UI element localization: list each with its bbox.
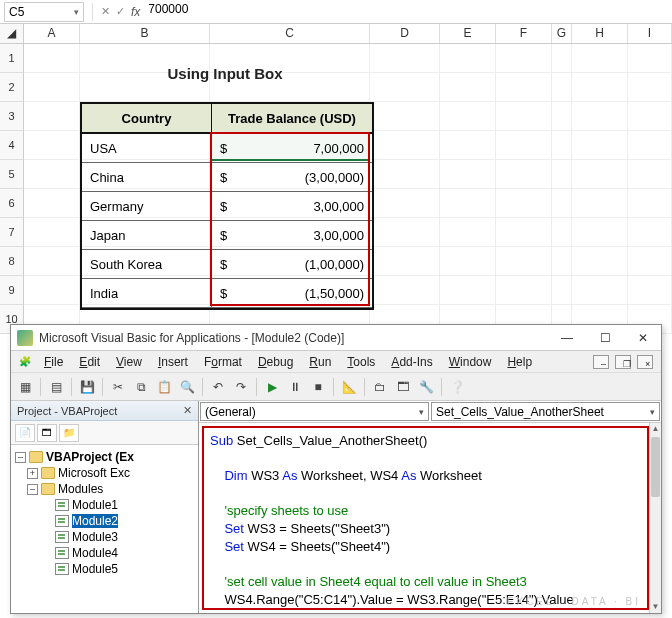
col-header[interactable]: E bbox=[440, 24, 496, 43]
object-browser-icon[interactable]: 🔧 bbox=[416, 377, 436, 397]
col-header[interactable]: D bbox=[370, 24, 440, 43]
view-object-icon[interactable]: 🗔 bbox=[37, 424, 57, 442]
scroll-up-icon[interactable]: ▲ bbox=[650, 423, 661, 435]
row-header[interactable]: 9 bbox=[0, 276, 24, 305]
minimize-button[interactable]: — bbox=[555, 331, 579, 345]
module-icon bbox=[55, 515, 69, 527]
break-icon[interactable]: ⏸ bbox=[285, 377, 305, 397]
fx-icon[interactable]: fx bbox=[131, 5, 140, 19]
tree-module-selected[interactable]: Module2 bbox=[13, 513, 196, 529]
menu-file[interactable]: File bbox=[37, 353, 70, 371]
copy-icon[interactable]: ⧉ bbox=[131, 377, 151, 397]
scrollbar-thumb[interactable] bbox=[651, 437, 660, 497]
tree-module[interactable]: Module5 bbox=[13, 561, 196, 577]
row-header[interactable]: 6 bbox=[0, 189, 24, 218]
object-dropdown[interactable]: (General)▾ bbox=[200, 402, 429, 421]
table-row[interactable]: China$(3,00,000) bbox=[82, 163, 372, 192]
cell-country: South Korea bbox=[82, 250, 212, 279]
procedure-dropdown[interactable]: Set_Cells_Value_AnotherSheet▾ bbox=[431, 402, 660, 421]
chevron-down-icon: ▾ bbox=[650, 407, 655, 417]
menu-tools[interactable]: Tools bbox=[340, 353, 382, 371]
menu-format[interactable]: Format bbox=[197, 353, 249, 371]
close-button[interactable]: ✕ bbox=[631, 331, 655, 345]
col-header[interactable]: H bbox=[572, 24, 628, 43]
project-explorer-icon[interactable]: 🗀 bbox=[370, 377, 390, 397]
help-icon[interactable]: ❔ bbox=[447, 377, 467, 397]
cell-amount: $3,00,000 bbox=[212, 192, 372, 221]
col-header[interactable]: B bbox=[80, 24, 210, 43]
tree-root[interactable]: – VBAProject (Ex bbox=[13, 449, 196, 465]
tree-module[interactable]: Module3 bbox=[13, 529, 196, 545]
design-mode-icon[interactable]: 📐 bbox=[339, 377, 359, 397]
save-icon[interactable]: 💾 bbox=[77, 377, 97, 397]
vba-app-icon bbox=[17, 330, 33, 346]
view-excel-icon[interactable]: ▦ bbox=[15, 377, 35, 397]
menu-run[interactable]: Run bbox=[302, 353, 338, 371]
tree-module[interactable]: Module4 bbox=[13, 545, 196, 561]
cancel-icon[interactable]: ✕ bbox=[101, 5, 110, 18]
col-header[interactable]: G bbox=[552, 24, 572, 43]
col-header[interactable]: C bbox=[210, 24, 370, 43]
col-header[interactable]: F bbox=[496, 24, 552, 43]
paste-icon[interactable]: 📋 bbox=[154, 377, 174, 397]
row-header[interactable]: 2 bbox=[0, 73, 24, 102]
vba-titlebar[interactable]: Microsoft Visual Basic for Applications … bbox=[11, 325, 661, 351]
find-icon[interactable]: 🔍 bbox=[177, 377, 197, 397]
chevron-down-icon[interactable]: ▾ bbox=[74, 7, 79, 17]
code-editor[interactable]: Sub Set_Cells_Value_AnotherSheet() Dim W… bbox=[202, 426, 649, 610]
row-header[interactable]: 3 bbox=[0, 102, 24, 131]
worksheet-grid: ◢ A B C D E F G H I 1 2 3 4 5 6 7 8 9 10… bbox=[0, 24, 672, 334]
table-row[interactable]: Germany$3,00,000 bbox=[82, 192, 372, 221]
table-row[interactable]: USA$7,00,000 bbox=[82, 134, 372, 163]
menu-debug[interactable]: Debug bbox=[251, 353, 300, 371]
menu-insert[interactable]: Insert bbox=[151, 353, 195, 371]
vba-system-icon[interactable]: 🧩 bbox=[15, 352, 35, 372]
redo-icon[interactable]: ↷ bbox=[231, 377, 251, 397]
table-row[interactable]: India$(1,50,000) bbox=[82, 279, 372, 308]
mdi-minimize-button[interactable]: – bbox=[593, 355, 609, 369]
properties-icon[interactable]: 🗔 bbox=[393, 377, 413, 397]
collapse-icon[interactable]: – bbox=[27, 484, 38, 495]
project-tree[interactable]: – VBAProject (Ex + Microsoft Exc – Modul… bbox=[11, 445, 198, 613]
vba-menubar: 🧩 File Edit View Insert Format Debug Run… bbox=[11, 351, 661, 373]
column-headers: ◢ A B C D E F G H I bbox=[0, 24, 672, 44]
menu-help[interactable]: Help bbox=[500, 353, 539, 371]
table-row[interactable]: Japan$3,00,000 bbox=[82, 221, 372, 250]
row-header[interactable]: 8 bbox=[0, 247, 24, 276]
view-code-icon[interactable]: 📄 bbox=[15, 424, 35, 442]
vertical-scrollbar[interactable]: ▲ ▼ bbox=[649, 423, 661, 613]
name-box[interactable]: C5 ▾ bbox=[4, 2, 84, 22]
tree-ms-excel[interactable]: + Microsoft Exc bbox=[13, 465, 196, 481]
collapse-icon[interactable]: – bbox=[15, 452, 26, 463]
col-header[interactable]: I bbox=[628, 24, 672, 43]
menu-window[interactable]: Window bbox=[442, 353, 499, 371]
menu-view[interactable]: View bbox=[109, 353, 149, 371]
row-header[interactable]: 1 bbox=[0, 44, 24, 73]
accept-icon[interactable]: ✓ bbox=[116, 5, 125, 18]
tree-module[interactable]: Module1 bbox=[13, 497, 196, 513]
menu-addins[interactable]: Add-Ins bbox=[384, 353, 439, 371]
toggle-folders-icon[interactable]: 📁 bbox=[59, 424, 79, 442]
scroll-down-icon[interactable]: ▼ bbox=[650, 601, 661, 613]
tree-modules-folder[interactable]: – Modules bbox=[13, 481, 196, 497]
cut-icon[interactable]: ✂ bbox=[108, 377, 128, 397]
row-header[interactable]: 7 bbox=[0, 218, 24, 247]
run-icon[interactable]: ▶ bbox=[262, 377, 282, 397]
select-all-corner[interactable]: ◢ bbox=[0, 24, 24, 43]
table-row[interactable]: South Korea$(1,00,000) bbox=[82, 250, 372, 279]
menu-edit[interactable]: Edit bbox=[72, 353, 107, 371]
mdi-restore-button[interactable]: ❐ bbox=[615, 355, 631, 369]
reset-icon[interactable]: ■ bbox=[308, 377, 328, 397]
maximize-button[interactable]: ☐ bbox=[593, 331, 617, 345]
module-icon bbox=[55, 547, 69, 559]
formula-input[interactable]: 700000 bbox=[144, 2, 668, 22]
insert-module-icon[interactable]: ▤ bbox=[46, 377, 66, 397]
undo-icon[interactable]: ↶ bbox=[208, 377, 228, 397]
expand-icon[interactable]: + bbox=[27, 468, 38, 479]
col-header[interactable]: A bbox=[24, 24, 80, 43]
code-area: Sub Set_Cells_Value_AnotherSheet() Dim W… bbox=[199, 423, 661, 613]
project-pane-close-icon[interactable]: ✕ bbox=[183, 404, 192, 417]
mdi-close-button[interactable]: × bbox=[637, 355, 653, 369]
row-header[interactable]: 4 bbox=[0, 131, 24, 160]
row-header[interactable]: 5 bbox=[0, 160, 24, 189]
